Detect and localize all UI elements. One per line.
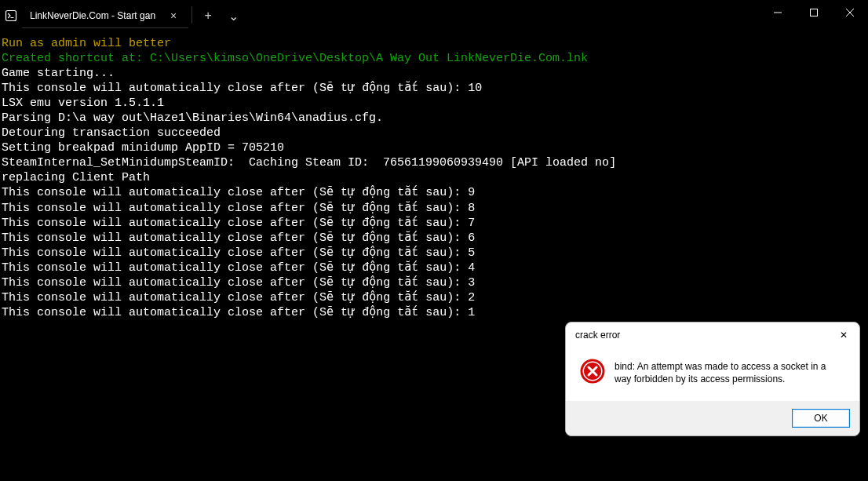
ok-button[interactable]: OK	[792, 409, 850, 428]
terminal-line: This console will automatically close af…	[2, 246, 866, 261]
tab-title: LinkNeverDie.Com - Start gan	[27, 10, 159, 21]
terminal-line: This console will automatically close af…	[2, 305, 866, 320]
terminal-line: This console will automatically close af…	[2, 290, 866, 305]
svg-rect-3	[811, 9, 818, 16]
terminal-line: This console will automatically close af…	[2, 81, 866, 96]
tab-separator	[191, 6, 192, 24]
terminal-line: Setting breakpad minidump AppID = 705210	[2, 140, 866, 155]
terminal-line: Detouring transaction succeeded	[2, 126, 866, 140]
dialog-close-icon[interactable]: ✕	[834, 326, 853, 344]
close-window-button[interactable]	[832, 0, 868, 25]
titlebar[interactable]: LinkNeverDie.Com - Start gan × + ⌄	[0, 0, 868, 31]
dialog-message: bind: An attempt was made to access a so…	[615, 359, 845, 385]
dialog-footer: OK	[566, 401, 859, 435]
new-tab-button[interactable]: +	[195, 3, 221, 28]
dialog-titlebar[interactable]: crack error ✕	[566, 322, 859, 348]
tab-active[interactable]: LinkNeverDie.Com - Start gan ×	[22, 3, 188, 28]
terminal-line: Run as admin will better	[2, 36, 866, 51]
minimize-button[interactable]	[760, 0, 796, 25]
terminal-line: This console will automatically close af…	[2, 261, 866, 275]
terminal-line: This console will automatically close af…	[2, 185, 866, 200]
svg-rect-0	[6, 11, 16, 21]
terminal-line: Game starting...	[2, 66, 866, 81]
terminal-window: LinkNeverDie.Com - Start gan × + ⌄ Run a…	[0, 0, 868, 481]
terminal-line: This console will automatically close af…	[2, 216, 866, 231]
maximize-button[interactable]	[796, 0, 832, 25]
dialog-body: bind: An attempt was made to access a so…	[566, 348, 859, 401]
error-dialog: crack error ✕ bind: An attempt was made …	[565, 322, 860, 436]
terminal-line: SteamInternal_SetMinidumpSteamID: Cachin…	[2, 155, 866, 170]
terminal-line: Parsing D:\a way out\Haze1\Binaries\Win6…	[2, 111, 866, 126]
dialog-title: crack error	[575, 330, 834, 341]
terminal-line: This console will automatically close af…	[2, 231, 866, 246]
tab-close-icon[interactable]: ×	[166, 9, 181, 23]
terminal-line: This console will automatically close af…	[2, 275, 866, 290]
terminal-line: replacing Client Path	[2, 170, 866, 185]
terminal-line: This console will automatically close af…	[2, 201, 866, 216]
error-icon	[580, 359, 605, 384]
terminal-app-icon	[0, 0, 22, 31]
tab-dropdown-button[interactable]: ⌄	[221, 3, 246, 28]
terminal-output[interactable]: Run as admin will betterCreated shortcut…	[0, 31, 868, 325]
terminal-line: LSX emu version 1.5.1.1	[2, 96, 866, 111]
terminal-line: Created shortcut at: C:\Users\kimso\OneD…	[2, 51, 866, 66]
